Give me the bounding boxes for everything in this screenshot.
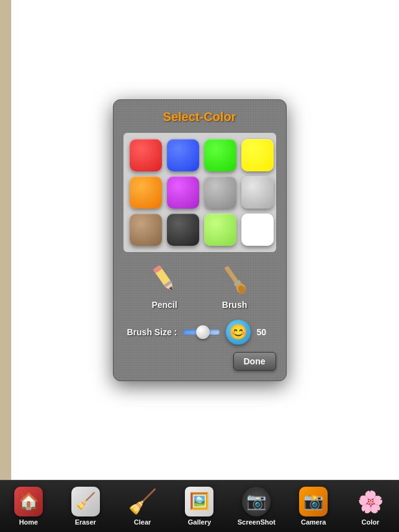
- color-icon: 🌸: [356, 487, 385, 516]
- toolbar-item-gallery[interactable]: 🖼️ Gallery: [171, 487, 227, 526]
- modal-overlay: Select-Color: [0, 0, 399, 480]
- pencil-icon: [149, 262, 180, 296]
- toolbar-item-eraser[interactable]: 🧹 Eraser: [58, 487, 114, 526]
- color-swatch-purple[interactable]: [167, 176, 199, 209]
- done-button[interactable]: Done: [233, 352, 276, 371]
- done-button-row: Done: [123, 352, 276, 371]
- color-swatch-black[interactable]: [167, 214, 199, 246]
- brush-size-label: Brush Size :: [127, 327, 177, 337]
- color-swatch-brown[interactable]: [130, 214, 162, 246]
- toolbar-label-camera: Camera: [301, 518, 326, 526]
- eraser-icon: 🧹: [71, 487, 100, 516]
- screenshot-icon-wrap: 📷: [242, 487, 271, 516]
- brush-size-section: Brush Size : 😊 50: [123, 320, 276, 345]
- gallery-icon-wrap: 🖼️: [185, 487, 213, 516]
- toolbar-label-color: Color: [362, 518, 380, 526]
- color-swatch-orange[interactable]: [130, 176, 162, 209]
- color-swatch-light-gray[interactable]: [241, 176, 274, 209]
- toolbar-item-camera[interactable]: 📸 Camera: [285, 487, 341, 526]
- tool-section: Pencil Brush: [123, 262, 276, 310]
- color-swatch-green[interactable]: [204, 139, 236, 171]
- canvas-area[interactable]: Select-Color: [0, 0, 399, 480]
- brush-size-value: 50: [257, 327, 272, 337]
- toolbar-label-eraser: Eraser: [75, 518, 96, 526]
- camera-icon: 📸: [299, 487, 328, 516]
- clear-icon: 🧹: [128, 487, 157, 516]
- pinwheel-icon: 🌸: [357, 489, 383, 514]
- screenshot-icon: 📷: [242, 487, 271, 516]
- dialog-title: Select-Color: [123, 110, 276, 124]
- camera-icon-wrap: 📸: [299, 487, 328, 516]
- color-swatch-lime[interactable]: [204, 214, 236, 246]
- color-grid: [130, 139, 270, 246]
- bottom-toolbar: 🏠 Home 🧹 Eraser 🧹 Clear 🖼️ Gallery: [0, 480, 399, 532]
- smiley-icon: 😊: [226, 320, 251, 345]
- color-swatch-red[interactable]: [130, 139, 162, 171]
- clear-icon-wrap: 🧹: [128, 487, 157, 516]
- home-icon: 🏠: [14, 487, 43, 516]
- color-swatch-yellow[interactable]: [241, 139, 274, 171]
- toolbar-label-clear: Clear: [134, 518, 151, 526]
- home-icon-wrap: 🏠: [14, 487, 43, 516]
- brush-size-slider[interactable]: [183, 326, 219, 338]
- pencil-tool[interactable]: Pencil: [149, 262, 180, 310]
- color-grid-container: [123, 133, 276, 252]
- toolbar-label-home: Home: [19, 518, 38, 526]
- color-swatch-dark-gray[interactable]: [204, 176, 236, 209]
- toolbar-item-screenshot[interactable]: 📷 ScreenShot: [228, 487, 284, 526]
- toolbar-label-gallery: Gallery: [188, 518, 211, 526]
- color-swatch-blue[interactable]: [167, 139, 199, 171]
- pencil-label: Pencil: [151, 300, 177, 310]
- color-swatch-white[interactable]: [241, 214, 274, 246]
- eraser-icon-wrap: 🧹: [71, 487, 100, 516]
- brush-label: Brush: [222, 300, 247, 310]
- gallery-icon: 🖼️: [185, 487, 213, 516]
- toolbar-item-color[interactable]: 🌸 Color: [343, 487, 398, 526]
- toolbar-item-home[interactable]: 🏠 Home: [1, 487, 56, 526]
- brush-icon: [219, 262, 250, 296]
- toolbar-label-screenshot: ScreenShot: [238, 518, 276, 526]
- slider-thumb[interactable]: [196, 325, 210, 339]
- toolbar-item-clear[interactable]: 🧹 Clear: [115, 487, 171, 526]
- brush-tool[interactable]: Brush: [219, 262, 250, 310]
- color-icon-wrap: 🌸: [356, 487, 385, 516]
- color-dialog: Select-Color: [113, 99, 287, 381]
